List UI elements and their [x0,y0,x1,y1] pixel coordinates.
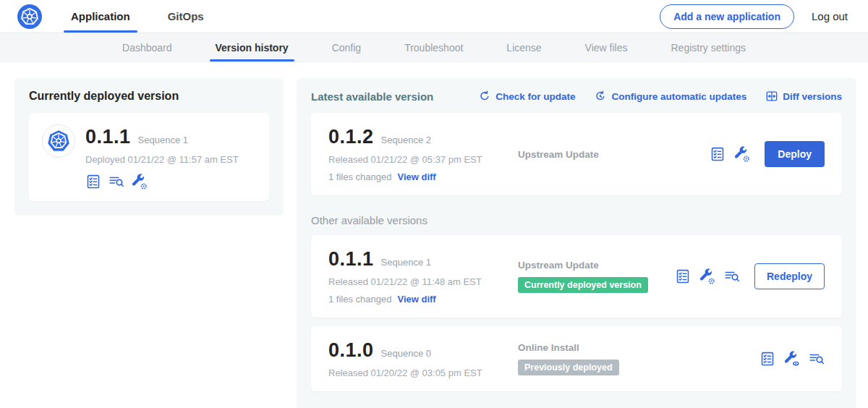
version-actions [760,339,825,378]
currently-deployed-card: Currently deployed version 0.1.1 Sequenc… [14,78,284,216]
subnav-tab-license[interactable]: License [485,33,563,61]
diff-versions-link[interactable]: Diff versions [765,90,842,103]
app-subnav: Dashboard Version history Config Trouble… [0,33,868,62]
latest-available-heading: Latest available version [311,90,433,103]
panel-actions: Check for update Configure automatic upd… [478,90,842,103]
version-number: 0.1.1 [328,248,374,271]
deploy-logs-icon[interactable] [809,351,825,367]
tab-application[interactable]: Application [68,0,133,33]
diff-versions-label: Diff versions [783,91,842,102]
version-row-0-1-1: 0.1.1 Sequence 1 Released 01/21/22 @ 11:… [311,235,842,318]
version-number: 0.1.2 [328,126,374,148]
app-header: Application GitOps Add a new application… [0,0,868,33]
subnav-tab-view-files[interactable]: View files [563,33,650,61]
source-label: Online Install [518,342,760,353]
configure-automatic-updates-link[interactable]: Configure automatic updates [594,90,746,103]
version-info: 0.1.2 Sequence 2 Released 01/21/22 @ 05:… [328,126,518,182]
release-notes-icon[interactable] [85,174,101,190]
check-for-update-link[interactable]: Check for update [478,90,575,103]
deployed-version-card: 0.1.1 Sequence 1 Deployed 01/21/22 @ 11:… [29,113,269,201]
version-info: 0.1.1 Sequence 1 Released 01/21/22 @ 11:… [328,248,518,305]
version-actions: Deploy [710,126,825,182]
deployed-version-number: 0.1.1 [85,126,131,148]
app-root: Application GitOps Add a new application… [0,0,868,408]
refresh-icon [478,90,491,103]
subnav-tab-troubleshoot[interactable]: Troubleshoot [383,33,485,61]
version-sequence: Sequence 0 [381,348,431,359]
files-changed-label: 1 files changed [328,294,391,305]
check-for-update-label: Check for update [495,91,575,102]
deploy-logs-icon[interactable] [724,268,740,284]
tab-gitops-label: GitOps [168,10,204,22]
version-row-0-1-2: 0.1.2 Sequence 2 Released 01/21/22 @ 05:… [311,113,842,195]
tab-gitops[interactable]: GitOps [165,0,207,33]
release-notes-icon[interactable] [675,268,691,284]
release-notes-icon[interactable] [760,351,775,367]
subnav-tab-dashboard[interactable]: Dashboard [101,33,194,61]
add-application-button[interactable]: Add a new application [660,4,794,29]
files-changed-label: 1 files changed [328,171,391,182]
header-right: Add a new application Log out [660,4,848,29]
diff-icon [765,90,778,103]
version-sequence: Sequence 2 [381,135,431,145]
preflight-checks-icon[interactable] [734,146,750,162]
clock-refresh-icon [594,90,607,103]
version-released: Released 01/20/22 @ 03:05 pm EST [328,367,518,378]
previously-deployed-badge: Previously deployed [518,360,619,375]
subnav-tab-registry-settings[interactable]: Registry settings [650,33,767,61]
currently-deployed-title: Currently deployed version [29,90,269,103]
configure-automatic-updates-label: Configure automatic updates [611,91,746,102]
currently-deployed-badge: Currently deployed version [518,277,648,293]
version-source: Online Install Previously deployed [518,339,760,378]
version-source: Upstream Update [518,126,710,182]
version-info: 0.1.0 Sequence 0 Released 01/20/22 @ 03:… [328,339,518,378]
version-history-panel: Latest available version Check for updat… [297,78,856,408]
logout-button[interactable]: Log out [812,10,848,22]
version-number: 0.1.0 [328,339,374,362]
deployed-version-meta: 0.1.1 Sequence 1 Deployed 01/21/22 @ 11:… [85,124,239,190]
kubernetes-logo-icon [17,4,42,29]
redeploy-button[interactable]: Redeploy [754,263,825,289]
view-diff-link[interactable]: View diff [397,294,435,305]
tab-application-label: Application [71,10,130,22]
version-source: Upstream Update Currently deployed versi… [518,248,675,305]
view-diff-link[interactable]: View diff [397,171,435,182]
version-actions: Redeploy [675,248,825,305]
panel-header: Latest available version Check for updat… [311,90,842,103]
preflight-checks-icon[interactable] [699,268,715,284]
other-available-heading: Other available versions [311,214,842,226]
subnav-tab-config[interactable]: Config [310,33,383,61]
source-label: Upstream Update [518,260,675,271]
header-left: Application GitOps [17,0,239,33]
app-tabs: Application GitOps [68,0,239,33]
release-notes-icon[interactable] [710,146,726,162]
deployed-sequence: Sequence 1 [138,135,188,145]
version-sequence: Sequence 1 [381,257,431,268]
preflight-checks-icon[interactable] [132,174,148,190]
subnav-tab-version-history[interactable]: Version history [194,33,310,61]
preflight-results-icon[interactable] [784,351,800,367]
version-row-0-1-0: 0.1.0 Sequence 0 Released 01/20/22 @ 03:… [311,326,842,391]
deploy-button[interactable]: Deploy [765,141,825,167]
deployed-action-icons [85,174,239,190]
source-label: Upstream Update [518,149,710,160]
version-released: Released 01/21/22 @ 11:48 am EST [328,276,518,287]
app-icon [42,124,75,158]
deployed-timestamp: Deployed 01/21/22 @ 11:57 am EST [85,154,239,165]
deploy-logs-icon[interactable] [109,174,124,190]
main-content: Currently deployed version 0.1.1 Sequenc… [0,62,868,408]
version-released: Released 01/21/22 @ 05:37 pm EST [328,154,518,165]
